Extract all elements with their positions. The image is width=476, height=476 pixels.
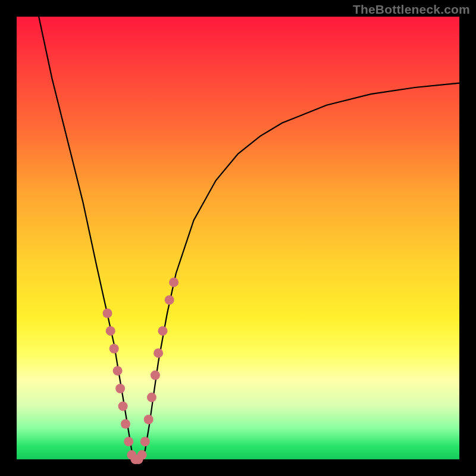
highlight-dot bbox=[115, 384, 125, 393]
highlight-dot bbox=[151, 371, 160, 380]
bottleneck-curve-line bbox=[39, 17, 459, 459]
highlight-dot bbox=[140, 437, 150, 446]
highlight-dot bbox=[106, 326, 115, 336]
watermark-text: TheBottleneck.com bbox=[353, 2, 470, 17]
highlight-dot bbox=[109, 344, 119, 353]
highlight-dot bbox=[147, 393, 156, 402]
highlight-dot bbox=[158, 326, 168, 336]
highlight-dot bbox=[121, 419, 130, 429]
chart-svg bbox=[17, 17, 459, 459]
highlight-dot bbox=[144, 415, 154, 424]
highlight-dot bbox=[103, 309, 112, 318]
highlight-dot bbox=[113, 366, 123, 375]
highlight-dot bbox=[118, 402, 128, 411]
highlight-dot-group bbox=[103, 277, 179, 464]
highlight-dot bbox=[124, 437, 133, 446]
highlight-dot bbox=[137, 450, 147, 460]
highlight-dot bbox=[169, 277, 178, 287]
highlight-dot bbox=[154, 348, 163, 358]
highlight-dot bbox=[165, 295, 174, 305]
chart-plot-area bbox=[17, 17, 459, 459]
